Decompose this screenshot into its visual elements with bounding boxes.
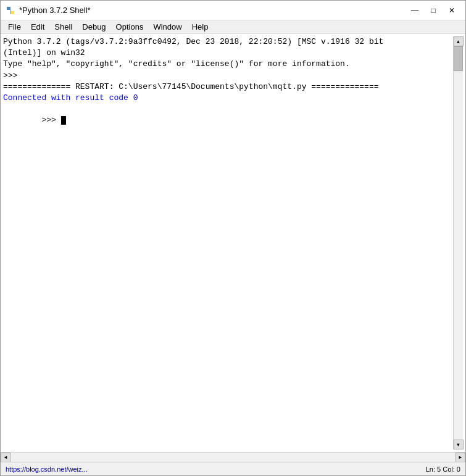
menu-edit[interactable]: Edit — [26, 20, 49, 33]
menu-shell[interactable]: Shell — [49, 20, 77, 33]
scroll-left-arrow[interactable]: ◀ — [1, 453, 10, 462]
menu-bar: File Edit Shell Debug Options Window Hel… — [1, 20, 465, 34]
status-bar: https://blog.csdn.net/weiz... Ln: 5 Col:… — [1, 462, 465, 475]
python-shell-window: *Python 3.7.2 Shell* — □ ✕ File Edit She… — [0, 0, 466, 476]
title-controls: — □ ✕ — [406, 4, 460, 17]
scroll-right-arrow[interactable]: ▶ — [456, 453, 465, 462]
output-line-3: Type "help", "copyright", "credits" or "… — [3, 59, 453, 70]
menu-debug[interactable]: Debug — [77, 20, 110, 33]
horizontal-scrollbar[interactable]: ◀ ▶ — [1, 452, 465, 462]
scroll-down-arrow[interactable]: ▼ — [454, 440, 464, 449]
scroll-thumb[interactable] — [454, 46, 463, 71]
title-bar-left: *Python 3.7.2 Shell* — [6, 6, 91, 15]
scroll-h-track[interactable] — [10, 453, 456, 462]
menu-file[interactable]: File — [3, 20, 26, 33]
vertical-scrollbar[interactable]: ▲ ▼ — [453, 36, 463, 449]
title-bar: *Python 3.7.2 Shell* — □ ✕ — [1, 1, 465, 20]
menu-window[interactable]: Window — [148, 20, 186, 33]
status-url: https://blog.csdn.net/weiz... — [6, 466, 88, 473]
svg-rect-2 — [10, 7, 11, 14]
output-line-1: Python 3.7.2 (tags/v3.7.2:9a3ffc0492, De… — [3, 36, 453, 48]
output-line-6: Connected with result code 0 — [3, 93, 453, 104]
menu-options[interactable]: Options — [111, 20, 149, 33]
shell-text-area: Python 3.7.2 (tags/v3.7.2:9a3ffc0492, De… — [3, 36, 453, 449]
output-line-4: >>> — [3, 70, 453, 81]
shell-content[interactable]: Python 3.7.2 (tags/v3.7.2:9a3ffc0492, De… — [1, 34, 465, 452]
text-cursor — [61, 116, 66, 125]
window-title: *Python 3.7.2 Shell* — [19, 6, 91, 15]
status-position: Ln: 5 Col: 0 — [426, 466, 460, 473]
output-line-2: (Intel)] on win32 — [3, 48, 453, 59]
menu-help[interactable]: Help — [187, 20, 214, 33]
svg-rect-0 — [7, 7, 10, 10]
output-line-7: >>> — [3, 104, 453, 138]
close-button[interactable]: ✕ — [443, 4, 460, 17]
minimize-button[interactable]: — — [406, 4, 423, 17]
output-line-5: ============== RESTART: C:\Users\77145\D… — [3, 81, 453, 93]
scroll-track[interactable] — [454, 46, 463, 440]
python-icon — [6, 6, 15, 15]
svg-rect-1 — [11, 11, 14, 14]
scroll-up-arrow[interactable]: ▲ — [454, 36, 464, 46]
maximize-button[interactable]: □ — [425, 4, 442, 17]
